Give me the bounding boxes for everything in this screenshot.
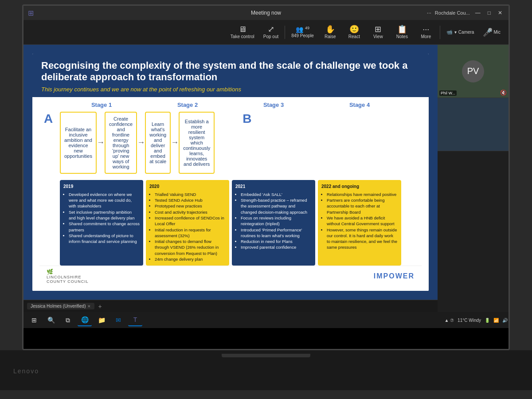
stage-2-title: Stage 2 xyxy=(146,102,229,108)
windows-taskbar: ⊞ 🔍 ⧉ 🌐 📁 ✉ T ▲ ⑦ 11°C Windy xyxy=(23,312,510,328)
left-stage-letter: A xyxy=(39,112,57,174)
edge-browser-button[interactable]: 🌐 xyxy=(78,314,92,326)
outlook-button[interactable]: ✉ xyxy=(111,314,125,326)
stage-4-box: Establish a more resilient system which … xyxy=(179,112,215,174)
teams-toolbar: 🖥 Take control ⤢ Pop out 👥 49 849 People… xyxy=(23,20,509,45)
participant-video-2 xyxy=(438,98,509,151)
slide-container: Recognising the complexity of the system… xyxy=(23,45,438,300)
arrow-1-2: → xyxy=(97,138,105,147)
detail-2019: 2019 Developed evidence on where we were… xyxy=(60,180,143,266)
react-icon: 🙂 xyxy=(349,25,359,33)
stages-with-arrows: Facilitate an inclusive ambition and evi… xyxy=(60,112,215,174)
more-button[interactable]: ··· More xyxy=(415,23,437,41)
tab-close-icon[interactable]: ✕ xyxy=(87,304,91,309)
list-item: Increased confidence of SENDCos in Local… xyxy=(155,215,226,227)
list-item: Prototyped new practices xyxy=(155,203,226,209)
mic-label: Mic xyxy=(493,30,501,35)
main-content: Recognising the complexity of the system… xyxy=(23,45,509,312)
mic-icon: 🎤 xyxy=(483,27,493,37)
minimize-button[interactable]: — xyxy=(473,10,482,16)
view-label: View xyxy=(373,34,383,39)
tab-label: Jessica Holmes (Unverified) xyxy=(31,304,86,309)
stage-1-box: Facilitate an inclusive ambition and evi… xyxy=(60,112,97,174)
participant-mic-icon-1: 🔇 xyxy=(500,90,507,96)
system-tray-icons: ▲ ⑦ xyxy=(444,318,454,323)
list-item: We have avoided a HNB deficit without Ce… xyxy=(327,215,398,227)
taskbar-right: ▲ ⑦ 11°C Windy 🔋 📶 🔊 xyxy=(444,318,508,323)
view-icon: ⊞ xyxy=(375,25,381,33)
tab-jessica-holmes[interactable]: Jessica Holmes (Unverified) ✕ xyxy=(27,303,94,309)
maximize-button[interactable]: □ xyxy=(486,10,493,16)
slide-footer: 🌿 Lincolnshire County Council IMPOWER xyxy=(39,266,422,286)
raise-label: Raise xyxy=(325,34,336,39)
list-item: Trialled Valuing SEND xyxy=(155,192,226,197)
screen: ⊞ Meeting now ··· Rochdale Cou... — □ ✕ … xyxy=(22,4,510,350)
outlook-icon: ✉ xyxy=(116,317,121,324)
year-2020: 2020 xyxy=(149,184,226,190)
stage-3-text: Learn what's working and deliver and emb… xyxy=(149,121,166,164)
list-item: Relationships have remained positive xyxy=(327,192,398,197)
weather-info: 11°C Windy xyxy=(458,318,481,323)
laptop-bottom xyxy=(0,350,532,390)
right-panel: PV Phil W... 🔇 xyxy=(438,45,509,312)
camera-label: Camera xyxy=(458,30,474,35)
detail-left-spacer xyxy=(39,180,57,266)
detail-2020-list: Trialled Valuing SEND Tested SEND Advice… xyxy=(149,192,226,262)
lincolnshire-logo: 🌿 Lincolnshire County Council xyxy=(47,269,89,284)
task-view-icon: ⧉ xyxy=(66,317,70,324)
teams-taskbar-button[interactable]: T xyxy=(128,314,142,326)
stage-2-box: Create confidence and frontline energy t… xyxy=(105,112,137,174)
list-item: Shared understanding of picture to infor… xyxy=(69,233,140,245)
laptop-hinge xyxy=(222,354,310,357)
notes-label: Notes xyxy=(396,34,408,39)
list-item: Cost and activity trajectories xyxy=(155,209,226,215)
windows-start-button[interactable]: ⊞ xyxy=(27,314,41,326)
arrow-3-4: → xyxy=(171,138,179,147)
toolbar-separator-1 xyxy=(285,26,285,39)
tab-add-button[interactable]: + xyxy=(96,303,103,310)
take-control-label: Take control xyxy=(231,34,254,39)
close-button[interactable]: ✕ xyxy=(496,10,504,16)
mic-button[interactable]: 🎤 Mic xyxy=(479,26,504,39)
stage-1-text: Facilitate an inclusive ambition and evi… xyxy=(64,127,92,159)
raise-icon: ✋ xyxy=(325,25,335,33)
laptop-shell: ⊞ Meeting now ··· Rochdale Cou... — □ ✕ … xyxy=(0,0,532,399)
list-item: Developed evidence on where we were and … xyxy=(69,192,140,209)
windows-logo-icon: ⊞ xyxy=(31,317,37,324)
window-ellipsis[interactable]: ··· xyxy=(427,10,431,16)
teams-titlebar: ⊞ Meeting now ··· Rochdale Cou... — □ ✕ xyxy=(23,6,509,20)
list-item: Focus on reviews including reintegration… xyxy=(241,215,312,227)
list-item: Introduced 'Primed Performance' routines… xyxy=(241,227,312,239)
stage-1-title: Stage 1 xyxy=(60,102,143,108)
slide-subtitle: This journey continues and we are now at… xyxy=(41,86,420,93)
stage-details: 2019 Developed evidence on where we were… xyxy=(39,180,422,266)
file-explorer-button[interactable]: 📁 xyxy=(94,314,109,326)
react-label: React xyxy=(348,34,360,39)
raise-button[interactable]: ✋ Raise xyxy=(319,23,341,41)
task-view-button[interactable]: ⧉ xyxy=(61,314,75,326)
take-control-button[interactable]: 🖥 Take control xyxy=(227,23,258,41)
stage-4-text: Establish a more resilient system which … xyxy=(183,119,210,167)
org-sub-text: County Council xyxy=(47,279,89,284)
search-taskbar-button[interactable]: 🔍 xyxy=(44,314,58,326)
detail-2022: 2022 and ongoing Relationships have rema… xyxy=(318,180,401,266)
list-item: Embedded 'Ask SALL' xyxy=(241,192,312,197)
pop-out-icon: ⤢ xyxy=(268,25,274,33)
search-taskbar-icon: 🔍 xyxy=(47,317,55,324)
people-button[interactable]: 👥 49 849 People xyxy=(288,24,317,40)
slide-body: Stage 1 Stage 2 Stage 3 Stage 4 A xyxy=(32,97,429,291)
list-item: 24m change delivery plan xyxy=(155,256,226,262)
view-button[interactable]: ⊞ View xyxy=(367,23,389,41)
detail-2021: 2021 Embedded 'Ask SALL' Strength-based … xyxy=(232,180,315,266)
file-explorer-icon: 📁 xyxy=(98,317,106,324)
pop-out-button[interactable]: ⤢ Pop out xyxy=(260,23,282,41)
teams-logo-icon: ⊞ xyxy=(28,9,34,17)
list-item: Initial reduction in requests for assess… xyxy=(155,227,226,239)
camera-button[interactable]: 📹 ▾ Camera xyxy=(443,27,478,37)
detail-2021-list: Embedded 'Ask SALL' Strength-based pract… xyxy=(235,192,312,250)
react-button[interactable]: 🙂 React xyxy=(343,23,365,41)
arrow-2-3: → xyxy=(137,138,145,147)
notes-button[interactable]: 📋 Notes xyxy=(391,23,413,41)
toolbar-separator-2 xyxy=(440,26,440,39)
org-name-text: Lincolnshire xyxy=(47,275,89,279)
